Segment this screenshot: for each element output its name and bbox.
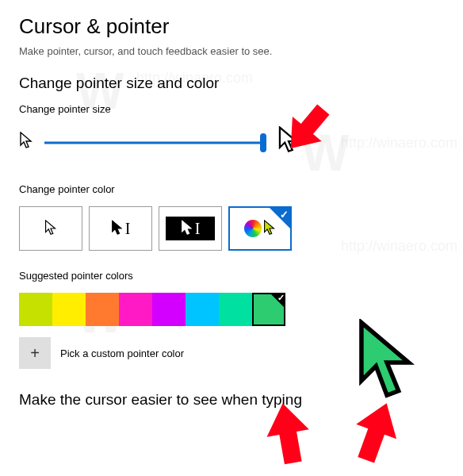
check-icon: ✓ bbox=[280, 209, 289, 221]
color-swatch[interactable] bbox=[119, 293, 152, 326]
pointer-color-inverted[interactable]: I bbox=[159, 206, 222, 251]
ibeam-icon: I bbox=[125, 221, 131, 236]
color-swatch-selected[interactable]: ✓ bbox=[252, 293, 285, 326]
inverted-bg: I bbox=[166, 217, 215, 240]
color-swatch[interactable] bbox=[219, 293, 252, 326]
color-wheel-icon bbox=[244, 220, 262, 237]
label-pointer-color: Change pointer color bbox=[19, 183, 444, 195]
section-heading-size-color: Change pointer size and color bbox=[19, 75, 444, 92]
pointer-color-options: I I ✓ bbox=[19, 206, 444, 251]
slider-thumb[interactable] bbox=[260, 133, 266, 152]
color-swatch[interactable] bbox=[86, 293, 119, 326]
plus-icon: + bbox=[30, 344, 40, 363]
color-swatch[interactable] bbox=[52, 293, 86, 326]
label-suggested-colors: Suggested pointer colors bbox=[19, 270, 444, 282]
cursor-inverted-icon bbox=[181, 220, 193, 237]
cursor-large-icon bbox=[277, 126, 300, 159]
page-subtitle: Make pointer, cursor, and touch feedback… bbox=[19, 45, 444, 57]
pointer-size-slider[interactable] bbox=[44, 133, 266, 152]
color-swatch[interactable] bbox=[186, 293, 219, 326]
svg-marker-1 bbox=[262, 400, 314, 466]
pick-custom-color-button[interactable]: + bbox=[19, 337, 51, 369]
label-pointer-size: Change pointer size bbox=[19, 103, 444, 115]
color-swatch[interactable] bbox=[19, 293, 52, 326]
pointer-color-black[interactable]: I bbox=[89, 206, 152, 251]
cursor-white-icon bbox=[44, 220, 57, 237]
pointer-color-custom[interactable]: ✓ bbox=[228, 206, 292, 251]
cursor-small-icon bbox=[19, 132, 33, 154]
pointer-size-row bbox=[19, 126, 444, 159]
slider-track bbox=[44, 142, 266, 144]
ibeam-icon: I bbox=[195, 221, 201, 236]
pick-custom-color-label: Pick a custom pointer color bbox=[60, 347, 184, 359]
color-swatch[interactable] bbox=[152, 293, 186, 326]
cursor-black-icon bbox=[111, 220, 124, 237]
cursor-preview-large-icon bbox=[355, 319, 419, 409]
check-icon: ✓ bbox=[277, 293, 285, 303]
pointer-color-white[interactable] bbox=[19, 206, 82, 251]
page-title: Cursor & pointer bbox=[19, 14, 444, 39]
